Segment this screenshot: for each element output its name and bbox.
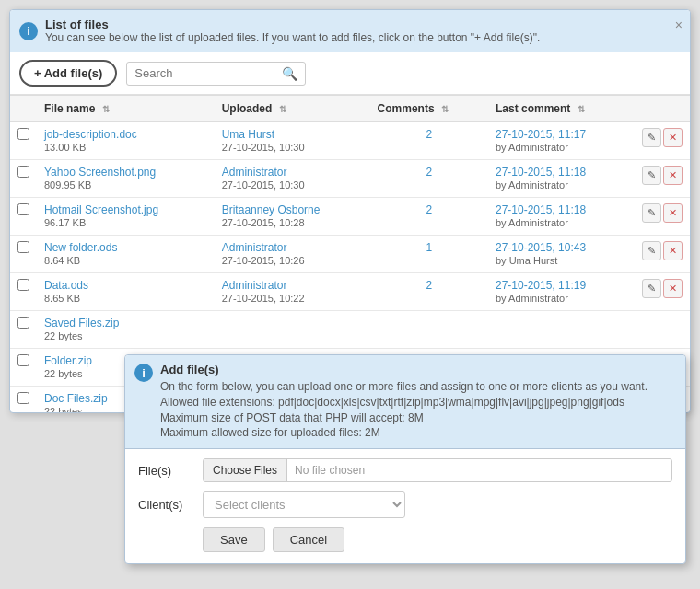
row-checkbox[interactable]: [18, 166, 29, 178]
last-comment-date-link[interactable]: 27-10-2015, 11:17: [496, 128, 625, 141]
comment-count-link[interactable]: 1: [426, 241, 432, 254]
delete-button[interactable]: ✕: [663, 128, 682, 147]
comment-count-link[interactable]: 2: [426, 166, 432, 179]
row-filename-cell: Yahoo Screenshot.png 809.95 KB: [37, 160, 215, 198]
add-dialog-title: Add file(s): [160, 363, 648, 376]
row-actions-cell: ✎✕: [633, 122, 690, 160]
dialog-header: i List of files You can see below the li…: [10, 10, 690, 52]
upload-date: 27-10-2015, 10:30: [222, 142, 305, 153]
row-comments-cell: [370, 311, 488, 349]
edit-button[interactable]: ✎: [642, 279, 661, 298]
search-input[interactable]: [134, 66, 282, 80]
row-checkbox-cell: [10, 387, 37, 413]
dialog-subtitle: You can see below the list of uploaded f…: [45, 31, 681, 44]
add-files-dialog: i Add file(s) On the form below, you can…: [124, 354, 686, 564]
filename-link[interactable]: Yahoo Screenshot.png: [44, 166, 207, 179]
uploader-link[interactable]: Administrator: [222, 166, 363, 179]
close-icon[interactable]: ×: [675, 17, 682, 32]
filename-link[interactable]: Hotmail Screenshot.jpg: [44, 203, 207, 216]
add-dialog-desc: On the form below, you can upload one or…: [160, 379, 648, 395]
add-files-button[interactable]: + Add file(s): [19, 60, 117, 87]
row-checkbox-cell: [10, 349, 37, 387]
row-checkbox-cell: [10, 122, 37, 160]
choose-files-button[interactable]: Choose Files: [204, 459, 287, 481]
edit-button[interactable]: ✎: [642, 128, 661, 147]
upload-date: 27-10-2015, 10:22: [222, 293, 305, 304]
row-lastcomment-cell: 27-10-2015, 10:43by Uma Hurst: [488, 236, 633, 273]
delete-button[interactable]: ✕: [663, 241, 682, 260]
uploader-link[interactable]: Britaanney Osborne: [222, 203, 363, 216]
save-button[interactable]: Save: [203, 527, 265, 552]
row-checkbox[interactable]: [18, 354, 29, 366]
file-size: 8.64 KB: [44, 255, 80, 266]
dialog-header-text: List of files You can see below the list…: [45, 17, 681, 44]
col-header-actions: [633, 96, 690, 122]
table-row: Saved Files.zip 22 bytes: [10, 311, 690, 349]
row-checkbox[interactable]: [18, 317, 29, 329]
file-size: 96.17 KB: [44, 217, 86, 228]
comment-count-link[interactable]: 2: [426, 128, 432, 141]
last-comment-by: by Administrator: [496, 142, 568, 153]
uploader-link[interactable]: Administrator: [222, 241, 363, 254]
row-uploaded-cell: [215, 311, 370, 349]
filename-link[interactable]: Saved Files.zip: [44, 317, 207, 329]
upload-date: 27-10-2015, 10:30: [222, 179, 305, 191]
clients-select[interactable]: Select clients: [203, 491, 405, 518]
info-icon: i: [19, 22, 38, 40]
col-header-comments: Comments ⇅: [370, 96, 488, 122]
last-comment-date-link[interactable]: 27-10-2015, 11:19: [496, 279, 625, 292]
filename-link[interactable]: Data.ods: [44, 279, 207, 292]
last-comment-date-link[interactable]: 27-10-2015, 11:18: [496, 203, 625, 216]
uploader-link[interactable]: Administrator: [222, 279, 363, 292]
no-file-text: No file chosen: [287, 459, 671, 481]
filename-link[interactable]: New folder.ods: [44, 241, 207, 254]
delete-button[interactable]: ✕: [663, 166, 682, 185]
cancel-button[interactable]: Cancel: [273, 527, 344, 552]
row-uploaded-cell: Administrator27-10-2015, 10:22: [215, 273, 370, 311]
col-header-lastcomment: Last comment ⇅: [488, 96, 633, 122]
add-dialog-info-icon: i: [134, 364, 153, 382]
toolbar: + Add file(s) 🔍: [10, 52, 690, 95]
files-row: File(s) Choose Files No file chosen: [138, 458, 672, 482]
row-checkbox[interactable]: [18, 203, 29, 215]
form-buttons: Save Cancel: [138, 527, 672, 552]
filename-link[interactable]: job-description.doc: [44, 128, 207, 141]
uploader-link[interactable]: Uma Hurst: [222, 128, 363, 141]
upload-date: 27-10-2015, 10:26: [222, 255, 305, 266]
row-uploaded-cell: Administrator27-10-2015, 10:26: [215, 236, 370, 273]
row-lastcomment-cell: 27-10-2015, 11:19by Administrator: [488, 273, 633, 311]
row-checkbox[interactable]: [18, 128, 29, 140]
row-checkbox[interactable]: [18, 279, 29, 291]
edit-button[interactable]: ✎: [642, 241, 661, 260]
last-comment-date-link[interactable]: 27-10-2015, 10:43: [496, 241, 625, 254]
row-actions-cell: [633, 311, 690, 349]
clients-row: Client(s) Select clients: [138, 491, 672, 518]
last-comment-date-link[interactable]: 27-10-2015, 11:18: [496, 166, 625, 179]
delete-button[interactable]: ✕: [663, 203, 682, 223]
add-dialog-max-post: Maximum size of POST data that PHP will …: [160, 410, 648, 426]
edit-button[interactable]: ✎: [642, 203, 661, 223]
last-comment-by: by Administrator: [496, 217, 568, 228]
last-comment-by: by Administrator: [496, 293, 568, 304]
edit-button[interactable]: ✎: [642, 166, 661, 185]
file-input-wrapper: Choose Files No file chosen: [203, 458, 672, 482]
add-dialog-allowed: Allowed file extensions: pdf|doc|docx|xl…: [160, 395, 648, 410]
col-header-uploaded: Uploaded ⇅: [215, 96, 370, 122]
comment-count-link[interactable]: 2: [426, 203, 432, 216]
row-checkbox-cell: [10, 198, 37, 236]
delete-button[interactable]: ✕: [663, 279, 682, 298]
row-checkbox[interactable]: [18, 392, 29, 404]
row-checkbox[interactable]: [18, 241, 29, 253]
search-box: 🔍: [126, 62, 306, 86]
comment-count-link[interactable]: 2: [426, 279, 432, 292]
add-dialog-max-file: Maximum allowed size for uploaded files:…: [160, 425, 648, 441]
add-dialog-header: i Add file(s) On the form below, you can…: [125, 355, 685, 449]
file-size: 22 bytes: [44, 406, 83, 412]
add-dialog-body: File(s) Choose Files No file chosen Clie…: [125, 449, 685, 563]
row-lastcomment-cell: 27-10-2015, 11:17by Administrator: [488, 122, 633, 160]
row-comments-cell: 2: [370, 273, 488, 311]
col-header-filename: File name ⇅: [37, 96, 215, 122]
table-row: Yahoo Screenshot.png 809.95 KB Administr…: [10, 160, 690, 198]
row-lastcomment-cell: [488, 311, 633, 349]
row-lastcomment-cell: 27-10-2015, 11:18by Administrator: [488, 160, 633, 198]
